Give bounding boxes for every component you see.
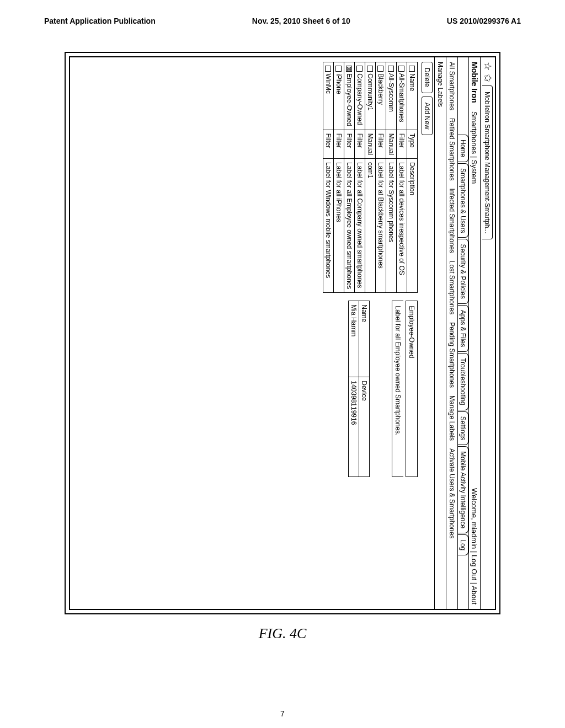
row-checkbox[interactable] (377, 66, 383, 72)
table-row[interactable]: All-SmartphonesFilterLabel for all devic… (397, 62, 407, 293)
tab-apps-files[interactable]: Apps & Files (458, 305, 468, 352)
main-tabs: Home Smartphones & Users Security & Poli… (457, 57, 468, 609)
sublink-all[interactable]: All Smartphones (448, 62, 456, 110)
sub-links: All Smartphones Retired Smartphones Infe… (446, 57, 457, 609)
col-type: Type (407, 130, 418, 158)
row-checkbox[interactable] (325, 66, 331, 72)
col-desc: Description (407, 159, 418, 293)
top-menu[interactable]: Smartphones | System (470, 111, 478, 184)
tab-security-policies[interactable]: Security & Policies (458, 239, 468, 303)
row-checkbox[interactable] (335, 66, 342, 72)
row-checkbox[interactable]: ⊠ (346, 66, 352, 72)
table-row[interactable]: All-SyscommManualLabel for Syscomm phone… (386, 62, 397, 293)
detail-title: Employee-Owned (406, 301, 418, 477)
sublink-pending[interactable]: Pending Smartphones (448, 322, 456, 388)
pub-header-center: Nov. 25, 2010 Sheet 6 of 10 (252, 17, 350, 25)
detail-desc: Label for all Employee owned Smartphones… (392, 301, 403, 477)
row-checkbox[interactable] (356, 66, 363, 72)
star-plus-icon: ✩ (482, 74, 494, 82)
star-icon: ☆ (482, 62, 494, 71)
table-row[interactable]: BlackberryFilterLabel for at Blackberry … (376, 62, 386, 293)
logo-text: Mobile Iron (470, 62, 479, 103)
tab-smartphones-users[interactable]: Smartphones & Users (458, 163, 468, 238)
sublink-activate[interactable]: Activate Users & Smartphones (448, 448, 456, 538)
add-new-button[interactable]: Add New (422, 97, 433, 136)
tab-home[interactable]: Home (458, 135, 468, 162)
labels-table-wrap: Name Type Description All-SmartphonesFil… (74, 62, 418, 293)
sublink-lost[interactable]: Lost Smartphones (448, 261, 456, 314)
browser-bar: ☆ ✩ MobileIron Smartphone Management-Sma… (480, 57, 495, 609)
sublink-retired[interactable]: Retired Smartphones (448, 118, 456, 180)
labels-table: Name Type Description All-SmartphonesFil… (323, 62, 418, 293)
pub-header-left: Patent Application Publication (44, 17, 156, 25)
table-row[interactable]: iPhoneFilterLabel for all iPhones (334, 62, 344, 293)
tab-log[interactable]: Log (458, 534, 468, 555)
tab-troubleshooting[interactable]: Troubleshooting (458, 353, 468, 410)
browser-tab[interactable]: MobileIron Smartphone Management-Smartph… (483, 85, 493, 239)
row-checkbox[interactable] (388, 66, 394, 72)
table-row[interactable]: Company-OwnedFilterLabel for all Company… (355, 62, 365, 293)
table-row[interactable]: WinMcFilterLabel for Windows mobile smar… (323, 62, 334, 293)
sublink-infected[interactable]: Infected Smartphones (448, 188, 456, 253)
detail-col-name: Name (359, 301, 370, 377)
tab-settings[interactable]: Settings (458, 411, 468, 445)
detail-col-device: Device (359, 377, 370, 477)
row-checkbox[interactable] (367, 66, 373, 72)
page-number: 7 (0, 709, 565, 718)
welcome-text[interactable]: Welcome, miadmin | Log Out | About (471, 488, 479, 604)
table-row[interactable]: Community1Manualcom1 (365, 62, 376, 293)
detail-table: Name Device Mia Hamm 140398119916 (348, 301, 370, 477)
tab-mobile-activity[interactable]: Mobile Activity Intelligence (458, 446, 468, 533)
section-title: Manage Labels (434, 57, 446, 609)
figure-caption: FIG. 4C (0, 625, 565, 642)
col-name: Name (408, 73, 416, 91)
table-row[interactable]: ⊠ Employee-OwnedFilterLabel for all Empl… (344, 62, 355, 293)
sublink-manage-labels[interactable]: Manage Labels (448, 395, 456, 441)
header-checkbox[interactable] (409, 66, 415, 72)
row-checkbox[interactable] (398, 66, 404, 72)
pub-header-right: US 2010/0299376 A1 (447, 17, 521, 25)
delete-button[interactable]: Delete (422, 62, 433, 93)
detail-panel: Employee-Owned Label for all Employee ow… (74, 301, 418, 477)
detail-row[interactable]: Mia Hamm 140398119916 (349, 301, 359, 477)
